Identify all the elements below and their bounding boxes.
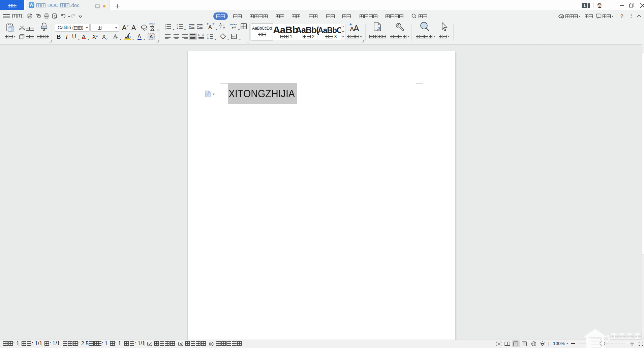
svg-text:A: A (208, 24, 212, 30)
svg-text:A: A (354, 24, 359, 33)
svg-text:Z: Z (219, 26, 221, 30)
